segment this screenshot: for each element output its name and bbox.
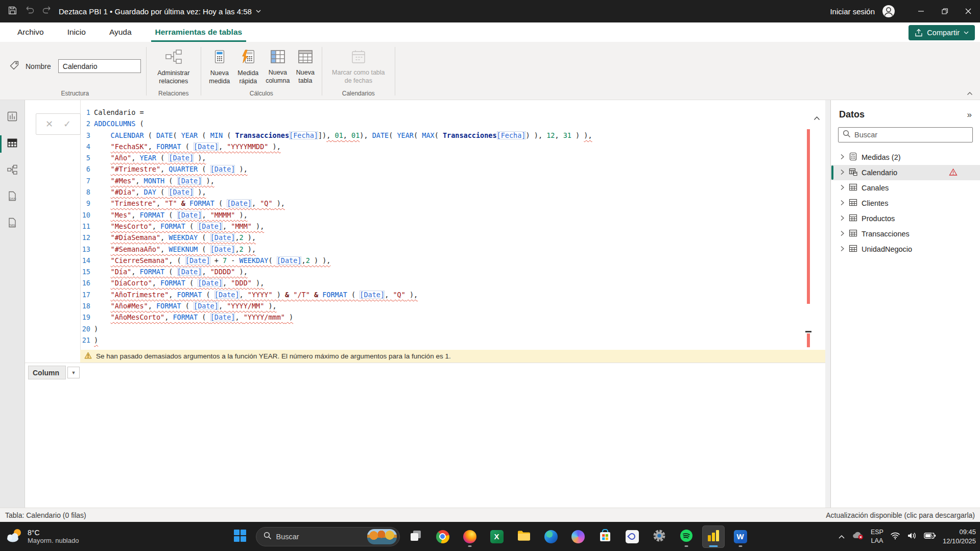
code-line[interactable]: 13 "#SemanaAño", WEEKNUM ( [Date],2 ), [80, 244, 802, 255]
code-line[interactable]: 11 "MesCorto", FORMAT ( [Date], "MMM" ), [80, 221, 802, 232]
chevron-right-icon[interactable] [838, 229, 846, 239]
error-overview-ruler[interactable] [807, 129, 810, 304]
taskbar-start-button[interactable] [229, 525, 251, 548]
taskbar-spotify-button[interactable] [675, 525, 698, 548]
code-line[interactable]: 7 "#Mes", MONTH ( [Date] ), [80, 175, 802, 186]
accept-formula-icon[interactable]: ✓ [63, 118, 71, 130]
table-name-input[interactable] [58, 59, 141, 73]
tree-item-canales[interactable]: Canales [831, 180, 980, 196]
code-area[interactable]: 1Calendario =2ADDCOLUMNS (3 CALENDAR ( D… [80, 107, 802, 346]
taskbar-search[interactable]: Buscar [256, 527, 400, 546]
wifi-icon[interactable] [890, 532, 900, 542]
code-line[interactable]: 14 "CierreSemana", ( [Date] + 7 - WEEKDA… [80, 255, 802, 266]
taskbar-settings-button[interactable] [648, 525, 671, 548]
update-available-link[interactable]: Actualización disponible (clic para desc… [826, 511, 975, 519]
grid-column-header[interactable]: Column [28, 366, 66, 379]
line-number: 13 [80, 244, 90, 255]
tab-ayuda[interactable]: Ayuda [109, 22, 132, 42]
tree-item-transacciones[interactable]: Transacciones [831, 226, 980, 242]
scroll-up-icon[interactable] [814, 113, 820, 123]
view-button-tmdl-view[interactable]: TMDL [0, 214, 25, 233]
chevron-right-icon[interactable] [838, 245, 846, 254]
collapse-panel-icon[interactable]: » [967, 110, 972, 120]
code-line[interactable]: 10 "Mes", FORMAT ( [Date], "MMMM" ), [80, 209, 802, 221]
tree-item-medidas-2-[interactable]: Medidas (2) [831, 150, 980, 165]
taskbar-chrome-button[interactable] [432, 525, 454, 548]
search-input[interactable] [854, 131, 968, 139]
battery-icon[interactable] [924, 532, 936, 541]
code-line[interactable]: 5 "Año", YEAR ( [Date] ), [80, 152, 802, 163]
quick-measure-button[interactable]: Medida rápida [235, 47, 261, 86]
onedrive-icon[interactable] [852, 531, 864, 542]
cancel-formula-icon[interactable]: ✕ [45, 118, 53, 130]
code-line[interactable]: 20) [80, 323, 802, 334]
code-line[interactable]: 17 "AñoTrimestre", FORMAT ( [Date], "YYY… [80, 289, 802, 300]
view-button-model-view[interactable] [0, 161, 25, 180]
close-button[interactable] [957, 0, 980, 22]
code-line[interactable]: 18 "Año#Mes", FORMAT ( [Date], "YYYY/MM"… [80, 300, 802, 312]
redo-icon[interactable] [42, 6, 52, 16]
view-button-dax-query[interactable]: DAX) [0, 188, 25, 206]
share-button[interactable]: Compartir [909, 25, 975, 40]
tree-item-productos[interactable]: Productos [831, 211, 980, 226]
taskbar-explorer-button[interactable] [513, 525, 535, 548]
tab-inicio[interactable]: Inicio [67, 22, 86, 42]
search-box[interactable] [838, 127, 973, 142]
chevron-right-icon[interactable] [838, 183, 846, 193]
code-line[interactable]: 9 "Trimestre", "T" & FORMAT ( [Date], "Q… [80, 198, 802, 209]
language-indicator[interactable]: ESP LAA [871, 528, 883, 545]
view-button-table-view[interactable] [0, 135, 25, 153]
restore-button[interactable] [933, 0, 957, 22]
new-measure-button[interactable]: Nueva medida [206, 47, 233, 86]
save-icon[interactable] [8, 6, 17, 17]
code-line[interactable]: 19 "AñoMesCorto", FORMAT ( [Date], "YYYY… [80, 312, 802, 323]
taskbar-word-button[interactable]: W [729, 525, 752, 548]
account-avatar-icon[interactable] [882, 5, 895, 18]
taskbar-copilot-button[interactable] [567, 525, 589, 548]
taskbar-firefox-button[interactable] [459, 525, 481, 548]
code-line[interactable]: 15 "Día", FORMAT ( [Date], "DDDD" ), [80, 266, 802, 277]
taskbar-store-button[interactable] [594, 525, 616, 548]
excel-icon: X [490, 530, 504, 543]
dax-formula-editor[interactable]: ✕ ✓ 1Calendario =2ADDCOLUMNS (3 CALENDAR… [25, 100, 825, 350]
taskbar-powerbi-button[interactable] [702, 525, 725, 548]
search-highlight-image[interactable] [367, 529, 397, 544]
sign-in-button[interactable]: Iniciar sesión [830, 7, 875, 16]
chevron-right-icon[interactable] [838, 214, 846, 224]
code-line[interactable]: 16 "DíaCorto", FORMAT ( [Date], "DDD" ), [80, 277, 802, 289]
undo-icon[interactable] [25, 6, 34, 16]
volume-icon[interactable] [907, 532, 917, 542]
code-line[interactable]: 8 "#Día", DAY ( [Date] ), [80, 186, 802, 198]
tray-chevron-up-icon[interactable] [838, 532, 845, 541]
chevron-right-icon[interactable] [838, 153, 846, 162]
new-table-button[interactable]: Nueva tabla [294, 47, 317, 85]
code-line[interactable]: 2ADDCOLUMNS ( [80, 118, 802, 129]
code-line[interactable]: 1Calendario = [80, 107, 802, 118]
mark-date-table-button[interactable]: Marcar como tabla de fechas [327, 47, 390, 85]
minimize-button[interactable] [910, 0, 933, 22]
tab-archivo[interactable]: Archivo [17, 22, 44, 42]
code-line[interactable]: 12 "#DíaSemana", WEEKDAY ( [Date],2 ), [80, 232, 802, 243]
collapse-ribbon-icon[interactable] [967, 88, 973, 98]
taskbar-whiteboard-button[interactable] [621, 525, 643, 548]
tree-item-calendario[interactable]: Calendario [831, 165, 980, 180]
column-dropdown-button[interactable]: ▼ [67, 367, 80, 378]
code-line[interactable]: 4 "FechaSK", FORMAT ( [Date], "YYYYMMDD"… [80, 141, 802, 152]
code-line[interactable]: 6 "#Trimestre", QUARTER ( [Date] ), [80, 163, 802, 175]
chevron-right-icon[interactable] [838, 199, 846, 208]
new-column-button[interactable]: Nueva columna [264, 47, 292, 85]
clock[interactable]: 09:45 12/10/2025 [943, 528, 976, 545]
weather-widget[interactable]: 8°C Mayorm. nublado [6, 528, 79, 545]
view-button-report-view[interactable] [0, 108, 25, 127]
taskbar-edge-button[interactable] [540, 525, 562, 548]
taskbar-task-view-button[interactable] [404, 525, 427, 548]
tree-item-clientes[interactable]: Clientes [831, 196, 980, 211]
window-title[interactable]: Deztaca PBI 1 • Guardado por última vez:… [59, 7, 261, 16]
tree-item-unidadnegocio[interactable]: UnidadNegocio [831, 242, 980, 257]
code-line[interactable]: 3 CALENDAR ( DATE( YEAR ( MIN ( Transacc… [80, 130, 802, 141]
taskbar-excel-button[interactable]: X [486, 525, 508, 548]
chevron-right-icon[interactable] [838, 168, 846, 178]
tab-herramientas-de-tablas[interactable]: Herramientas de tablas [155, 22, 243, 42]
manage-relationships-button[interactable]: Administrar relaciones [152, 47, 196, 86]
code-line[interactable]: 21) [80, 334, 802, 346]
